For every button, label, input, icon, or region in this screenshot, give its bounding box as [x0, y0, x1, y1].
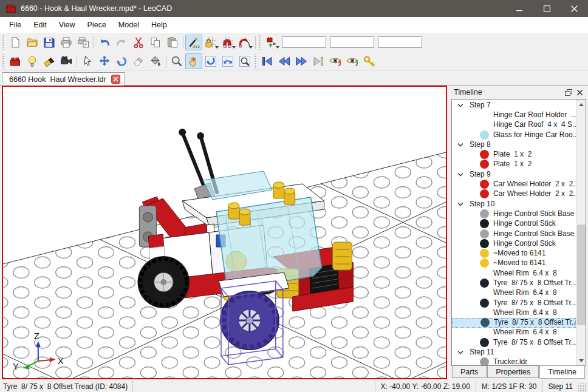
- timeline-step[interactable]: Step 8: [452, 140, 576, 149]
- timeline-part[interactable]: Hinge Control Stick Base: [452, 209, 576, 218]
- chevron-down-icon[interactable]: [457, 202, 464, 206]
- timeline-step[interactable]: Step 10: [452, 199, 576, 209]
- copy-button[interactable]: [147, 35, 164, 50]
- show-later-button[interactable]: [344, 53, 361, 69]
- toolbar-handle[interactable]: [2, 54, 5, 69]
- dropdown-arrow-icon[interactable]: [215, 46, 219, 49]
- new-file-button[interactable]: [7, 35, 24, 50]
- move-button[interactable]: [96, 53, 113, 69]
- dock-tab-timeline[interactable]: Timeline: [539, 365, 585, 379]
- timeline-part[interactable]: Hinge Car Roof 4 x 4 S...: [452, 120, 576, 130]
- transform-y-input[interactable]: [330, 36, 374, 48]
- insert-piece-button[interactable]: [7, 53, 24, 69]
- menu-file[interactable]: File: [3, 18, 27, 32]
- toolbar-handle[interactable]: [258, 35, 261, 50]
- viewport-3d[interactable]: Z X Y: [2, 86, 447, 379]
- close-button[interactable]: [561, 0, 588, 17]
- timeline-part[interactable]: Wheel Rim 6.4 x 8: [452, 308, 576, 317]
- zoom-region-button[interactable]: [236, 53, 253, 69]
- print-button[interactable]: [58, 35, 75, 50]
- close-panel-icon[interactable]: [574, 87, 586, 98]
- dropdown-arrow-icon[interactable]: [232, 46, 236, 49]
- timeline-scrollbar[interactable]: [576, 100, 586, 365]
- timeline-part[interactable]: Wheel Rim 6.4 x 8: [452, 268, 576, 278]
- timeline-part[interactable]: Hinge Car Roof Holder ...: [452, 110, 576, 120]
- transform-x-input[interactable]: [282, 36, 326, 48]
- tab-close-icon[interactable]: [111, 75, 120, 84]
- timeline-part[interactable]: Tyre 8/ 75 x 8 Offset Tr...: [452, 298, 576, 308]
- timeline-step[interactable]: Step 11: [452, 347, 576, 357]
- menu-view[interactable]: View: [53, 18, 81, 32]
- light-button[interactable]: [24, 53, 41, 69]
- timeline-part[interactable]: Plate 1 x 2: [452, 160, 576, 169]
- timeline-part[interactable]: Tyre 8/ 75 x 8 Offset Tr...: [452, 278, 576, 288]
- menu-edit[interactable]: Edit: [27, 18, 53, 32]
- menu-piece[interactable]: Piece: [81, 18, 112, 32]
- chevron-down-icon[interactable]: [457, 172, 464, 177]
- chevron-down-icon[interactable]: [457, 103, 464, 107]
- select-button[interactable]: [79, 53, 96, 69]
- roll-button[interactable]: [219, 53, 236, 69]
- timeline-part[interactable]: Hinge Control Stick: [452, 238, 576, 248]
- dropdown-arrow-icon[interactable]: [249, 46, 253, 49]
- menu-model[interactable]: Model: [112, 18, 145, 32]
- next-step-button[interactable]: [293, 53, 310, 69]
- snap-move-button[interactable]: [219, 35, 236, 50]
- spotlight-button[interactable]: [41, 53, 58, 69]
- dropdown-arrow-icon[interactable]: [276, 46, 279, 49]
- open-file-button[interactable]: [24, 35, 41, 50]
- delete-button[interactable]: [130, 53, 147, 69]
- first-step-button[interactable]: [259, 53, 276, 69]
- scroll-up-icon[interactable]: [576, 100, 586, 109]
- chevron-down-icon[interactable]: [457, 143, 464, 147]
- chevron-down-icon[interactable]: [457, 350, 464, 354]
- timeline-step[interactable]: Step 9: [452, 169, 576, 179]
- timeline-part[interactable]: Hinge Control Stick: [452, 219, 576, 229]
- timeline-part[interactable]: Tyre 8/ 75 x 8 Offset Tr...: [452, 318, 576, 328]
- scroll-down-icon[interactable]: [576, 356, 586, 365]
- document-tab[interactable]: 6660 Hook Haul Wrecker.ldr: [2, 72, 125, 86]
- menu-help[interactable]: Help: [145, 18, 173, 32]
- keys-button[interactable]: [361, 53, 378, 69]
- timeline-part[interactable]: Car Wheel Holder 2 x 2...: [452, 189, 576, 199]
- last-step-button[interactable]: [310, 53, 327, 69]
- save-file-button[interactable]: [41, 35, 58, 50]
- scrollbar-thumb[interactable]: [577, 225, 586, 325]
- show-earlier-button[interactable]: [327, 53, 344, 69]
- timeline-part[interactable]: Tyre 8/ 75 x 8 Offset Tr...: [452, 337, 576, 347]
- timeline-part[interactable]: Hinge Control Stick Base: [452, 229, 576, 238]
- toolbar-handle[interactable]: [2, 35, 5, 50]
- redo-button[interactable]: [113, 35, 130, 50]
- pan-button[interactable]: [185, 53, 202, 69]
- timeline-part[interactable]: Plate 1 x 2: [452, 149, 576, 159]
- dock-tab-parts[interactable]: Parts: [452, 366, 487, 378]
- timeline-part[interactable]: Car Wheel Holder 2 x 2...: [452, 179, 576, 189]
- transform-button[interactable]: [263, 35, 280, 50]
- relative-transform-button[interactable]: XYZ: [185, 35, 202, 50]
- timeline-step[interactable]: Step 7: [452, 100, 576, 110]
- zoom-button[interactable]: [168, 53, 185, 69]
- timeline-part[interactable]: ~Moved to 6141: [452, 259, 576, 268]
- transform-z-input[interactable]: [378, 36, 422, 48]
- timeline-part[interactable]: Wheel Rim 6.4 x 8: [452, 328, 576, 337]
- snap-rotate-button[interactable]: [236, 35, 253, 50]
- timeline-part[interactable]: ~Moved to 6141: [452, 248, 576, 258]
- snap-lock-button[interactable]: [202, 35, 219, 50]
- camera-button[interactable]: [58, 53, 75, 69]
- rotate-view-button[interactable]: [202, 53, 219, 69]
- previous-step-button[interactable]: [276, 53, 293, 69]
- resize-grip[interactable]: [578, 384, 587, 392]
- minimize-button[interactable]: [506, 0, 533, 17]
- timeline-part[interactable]: Trucker.ldr: [452, 357, 576, 366]
- timeline-part[interactable]: Glass for Hinge Car Roo...: [452, 130, 576, 140]
- paint-button[interactable]: [147, 53, 164, 69]
- maximize-button[interactable]: [533, 0, 561, 17]
- print-preview-button[interactable]: [75, 35, 92, 50]
- paste-button[interactable]: [164, 35, 181, 50]
- cut-button[interactable]: [130, 35, 147, 50]
- timeline-part[interactable]: Wheel Rim 6.4 x 8: [452, 288, 576, 298]
- rotate-button[interactable]: [113, 53, 130, 69]
- undo-button[interactable]: [96, 35, 113, 50]
- dock-tab-properties[interactable]: Properties: [487, 366, 539, 378]
- float-panel-icon[interactable]: [562, 87, 574, 98]
